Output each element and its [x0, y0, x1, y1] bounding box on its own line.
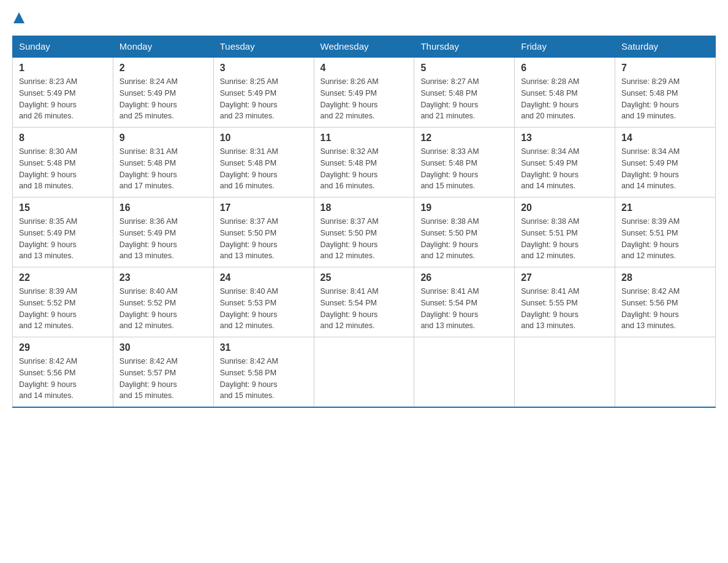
calendar-cell: 12 Sunrise: 8:33 AM Sunset: 5:48 PM Dayl… — [414, 128, 515, 197]
calendar-cell: 20 Sunrise: 8:38 AM Sunset: 5:51 PM Dayl… — [515, 197, 615, 267]
week-row-3: 15 Sunrise: 8:35 AM Sunset: 5:49 PM Dayl… — [13, 197, 716, 267]
day-info: Sunrise: 8:31 AM Sunset: 5:48 PM Dayligh… — [119, 146, 207, 192]
day-number: 24 — [220, 272, 308, 283]
day-number: 7 — [621, 63, 709, 74]
day-info: Sunrise: 8:42 AM Sunset: 5:57 PM Dayligh… — [119, 356, 207, 402]
day-info: Sunrise: 8:39 AM Sunset: 5:52 PM Dayligh… — [19, 286, 107, 332]
day-number: 15 — [19, 202, 107, 213]
calendar-cell: 2 Sunrise: 8:24 AM Sunset: 5:49 PM Dayli… — [113, 57, 213, 128]
day-info: Sunrise: 8:32 AM Sunset: 5:48 PM Dayligh… — [320, 146, 408, 192]
calendar-cell: 11 Sunrise: 8:32 AM Sunset: 5:48 PM Dayl… — [314, 128, 414, 197]
day-number: 5 — [420, 63, 508, 74]
day-info: Sunrise: 8:34 AM Sunset: 5:49 PM Dayligh… — [521, 146, 609, 192]
day-number: 14 — [621, 132, 709, 144]
calendar-cell — [515, 337, 615, 408]
col-thursday: Thursday — [414, 36, 515, 58]
day-number: 20 — [521, 202, 609, 213]
calendar-cell: 30 Sunrise: 8:42 AM Sunset: 5:57 PM Dayl… — [113, 337, 213, 408]
logo — [12, 12, 25, 26]
calendar-cell: 10 Sunrise: 8:31 AM Sunset: 5:48 PM Dayl… — [213, 128, 314, 197]
day-number: 11 — [320, 132, 408, 144]
calendar-cell: 15 Sunrise: 8:35 AM Sunset: 5:49 PM Dayl… — [13, 197, 113, 267]
calendar-cell: 18 Sunrise: 8:37 AM Sunset: 5:50 PM Dayl… — [314, 197, 414, 267]
day-info: Sunrise: 8:24 AM Sunset: 5:49 PM Dayligh… — [119, 76, 207, 122]
col-wednesday: Wednesday — [314, 36, 414, 58]
calendar-cell — [314, 337, 414, 408]
day-info: Sunrise: 8:31 AM Sunset: 5:48 PM Dayligh… — [220, 146, 308, 192]
day-info: Sunrise: 8:41 AM Sunset: 5:54 PM Dayligh… — [420, 286, 508, 332]
day-info: Sunrise: 8:42 AM Sunset: 5:56 PM Dayligh… — [621, 286, 709, 332]
calendar-cell: 5 Sunrise: 8:27 AM Sunset: 5:48 PM Dayli… — [414, 57, 515, 128]
calendar-cell — [414, 337, 515, 408]
calendar-cell: 21 Sunrise: 8:39 AM Sunset: 5:51 PM Dayl… — [615, 197, 716, 267]
day-info: Sunrise: 8:42 AM Sunset: 5:56 PM Dayligh… — [19, 356, 107, 402]
day-info: Sunrise: 8:33 AM Sunset: 5:48 PM Dayligh… — [420, 146, 508, 192]
day-number: 1 — [19, 63, 107, 74]
day-number: 23 — [119, 272, 207, 283]
day-number: 31 — [220, 342, 308, 353]
day-info: Sunrise: 8:23 AM Sunset: 5:49 PM Dayligh… — [19, 76, 107, 122]
day-info: Sunrise: 8:41 AM Sunset: 5:55 PM Dayligh… — [521, 286, 609, 332]
day-info: Sunrise: 8:42 AM Sunset: 5:58 PM Dayligh… — [220, 356, 308, 402]
calendar-cell: 4 Sunrise: 8:26 AM Sunset: 5:49 PM Dayli… — [314, 57, 414, 128]
day-info: Sunrise: 8:41 AM Sunset: 5:54 PM Dayligh… — [320, 286, 408, 332]
day-number: 30 — [119, 342, 207, 353]
day-info: Sunrise: 8:34 AM Sunset: 5:49 PM Dayligh… — [621, 146, 709, 192]
col-friday: Friday — [515, 36, 615, 58]
day-number: 21 — [621, 202, 709, 213]
day-number: 19 — [420, 202, 508, 213]
calendar-cell: 17 Sunrise: 8:37 AM Sunset: 5:50 PM Dayl… — [213, 197, 314, 267]
calendar-cell: 26 Sunrise: 8:41 AM Sunset: 5:54 PM Dayl… — [414, 267, 515, 337]
calendar-cell: 6 Sunrise: 8:28 AM Sunset: 5:48 PM Dayli… — [515, 57, 615, 128]
day-number: 6 — [521, 63, 609, 74]
day-info: Sunrise: 8:36 AM Sunset: 5:49 PM Dayligh… — [119, 216, 207, 262]
day-info: Sunrise: 8:28 AM Sunset: 5:48 PM Dayligh… — [521, 76, 609, 122]
day-number: 29 — [19, 342, 107, 353]
day-info: Sunrise: 8:29 AM Sunset: 5:48 PM Dayligh… — [621, 76, 709, 122]
calendar-cell — [615, 337, 716, 408]
day-info: Sunrise: 8:25 AM Sunset: 5:49 PM Dayligh… — [220, 76, 308, 122]
page-header — [12, 12, 716, 26]
day-info: Sunrise: 8:40 AM Sunset: 5:53 PM Dayligh… — [220, 286, 308, 332]
logo-triangle-icon — [13, 12, 25, 26]
day-number: 8 — [19, 132, 107, 144]
day-info: Sunrise: 8:37 AM Sunset: 5:50 PM Dayligh… — [220, 216, 308, 262]
day-info: Sunrise: 8:40 AM Sunset: 5:52 PM Dayligh… — [119, 286, 207, 332]
calendar-cell: 8 Sunrise: 8:30 AM Sunset: 5:48 PM Dayli… — [13, 128, 113, 197]
week-row-1: 1 Sunrise: 8:23 AM Sunset: 5:49 PM Dayli… — [13, 57, 716, 128]
day-info: Sunrise: 8:30 AM Sunset: 5:48 PM Dayligh… — [19, 146, 107, 192]
day-info: Sunrise: 8:38 AM Sunset: 5:51 PM Dayligh… — [521, 216, 609, 262]
calendar-table: Sunday Monday Tuesday Wednesday Thursday… — [12, 36, 716, 408]
calendar-header-row: Sunday Monday Tuesday Wednesday Thursday… — [13, 36, 716, 58]
calendar-cell: 23 Sunrise: 8:40 AM Sunset: 5:52 PM Dayl… — [113, 267, 213, 337]
day-number: 26 — [420, 272, 508, 283]
calendar-cell: 27 Sunrise: 8:41 AM Sunset: 5:55 PM Dayl… — [515, 267, 615, 337]
svg-marker-0 — [13, 12, 25, 23]
calendar-cell: 28 Sunrise: 8:42 AM Sunset: 5:56 PM Dayl… — [615, 267, 716, 337]
calendar-cell: 13 Sunrise: 8:34 AM Sunset: 5:49 PM Dayl… — [515, 128, 615, 197]
day-number: 16 — [119, 202, 207, 213]
calendar-cell: 3 Sunrise: 8:25 AM Sunset: 5:49 PM Dayli… — [213, 57, 314, 128]
day-info: Sunrise: 8:27 AM Sunset: 5:48 PM Dayligh… — [420, 76, 508, 122]
day-number: 3 — [220, 63, 308, 74]
calendar-cell: 24 Sunrise: 8:40 AM Sunset: 5:53 PM Dayl… — [213, 267, 314, 337]
day-number: 25 — [320, 272, 408, 283]
calendar-cell: 29 Sunrise: 8:42 AM Sunset: 5:56 PM Dayl… — [13, 337, 113, 408]
day-info: Sunrise: 8:37 AM Sunset: 5:50 PM Dayligh… — [320, 216, 408, 262]
week-row-5: 29 Sunrise: 8:42 AM Sunset: 5:56 PM Dayl… — [13, 337, 716, 408]
calendar-cell: 31 Sunrise: 8:42 AM Sunset: 5:58 PM Dayl… — [213, 337, 314, 408]
day-number: 10 — [220, 132, 308, 144]
day-number: 4 — [320, 63, 408, 74]
calendar-cell: 22 Sunrise: 8:39 AM Sunset: 5:52 PM Dayl… — [13, 267, 113, 337]
calendar-cell: 25 Sunrise: 8:41 AM Sunset: 5:54 PM Dayl… — [314, 267, 414, 337]
week-row-4: 22 Sunrise: 8:39 AM Sunset: 5:52 PM Dayl… — [13, 267, 716, 337]
calendar-cell: 1 Sunrise: 8:23 AM Sunset: 5:49 PM Dayli… — [13, 57, 113, 128]
calendar-cell: 14 Sunrise: 8:34 AM Sunset: 5:49 PM Dayl… — [615, 128, 716, 197]
day-number: 12 — [420, 132, 508, 144]
day-info: Sunrise: 8:26 AM Sunset: 5:49 PM Dayligh… — [320, 76, 408, 122]
day-info: Sunrise: 8:39 AM Sunset: 5:51 PM Dayligh… — [621, 216, 709, 262]
col-saturday: Saturday — [615, 36, 716, 58]
day-number: 17 — [220, 202, 308, 213]
col-monday: Monday — [113, 36, 213, 58]
day-number: 9 — [119, 132, 207, 144]
